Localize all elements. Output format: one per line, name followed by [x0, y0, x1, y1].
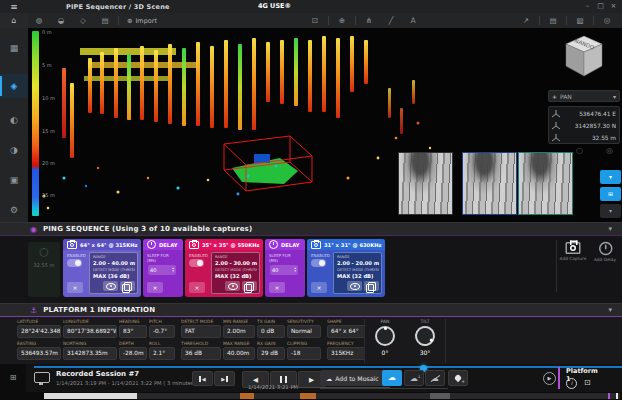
expand-panel-button[interactable]: ▾	[600, 170, 621, 184]
pan-knob[interactable]	[375, 326, 395, 346]
diamond-icon[interactable]: ◇	[72, 13, 94, 28]
duplicate-button[interactable]	[242, 281, 257, 291]
info-icon[interactable]: i	[566, 378, 577, 389]
cloud-sync-active-button[interactable]: ☁	[382, 370, 402, 386]
enabled-label: ENABLED	[311, 253, 330, 258]
globe-icon[interactable]: ◒	[50, 13, 72, 28]
settings-button[interactable]: ⚙	[0, 198, 28, 222]
remove-capture-button[interactable]: ×	[67, 282, 83, 293]
beacon-icon[interactable]: ◍	[28, 13, 50, 28]
timeline-cursor-tick	[616, 393, 618, 399]
map-icon[interactable]: ▧	[569, 13, 591, 28]
sphere-tool-b-button[interactable]: ◑	[0, 138, 28, 162]
spinner-control[interactable]: ▴ ▾	[172, 267, 174, 273]
replay-button[interactable]: ▶	[543, 372, 556, 385]
chevron-down-icon[interactable]: ▾	[608, 225, 612, 233]
spin-down-icon[interactable]: ▾	[294, 270, 296, 273]
import-button[interactable]: ⊕ Import	[127, 17, 157, 25]
duplicate-button[interactable]	[120, 281, 135, 291]
capture-card-1[interactable]: 64° x 64° @ 315KHz ENABLED × RANGE 2.00 …	[63, 239, 141, 297]
ping-sequence-title: PING SEQUENCE (Using 3 of 10 available c…	[43, 225, 252, 233]
add-waypoint-button[interactable]: +	[448, 370, 468, 386]
view-cube[interactable]: NANDO	[560, 32, 608, 80]
preview-button[interactable]	[225, 281, 240, 291]
home-button[interactable]: ⌂	[0, 13, 28, 28]
skip-start-button[interactable]: ◀	[192, 371, 213, 386]
sphere-tool-a-button[interactable]: ◐	[0, 108, 28, 132]
detect-mode-label: DETECT MODE (THRESHOLD)	[215, 268, 257, 272]
skip-end-button[interactable]: ▶	[214, 371, 235, 386]
toolbar-separator	[566, 16, 567, 25]
remove-capture-button[interactable]: ×	[311, 282, 327, 293]
timeline-track[interactable]	[44, 393, 620, 399]
delay-card-2[interactable]: DELAY SLEEP FOR (MS) 40 ▴ ▾ ×	[265, 239, 305, 297]
remove-capture-button[interactable]: ×	[189, 282, 205, 293]
depth-tick: 20 m	[42, 160, 55, 166]
frame-icon[interactable]: ⊡	[304, 13, 326, 28]
preview-button[interactable]	[347, 281, 362, 291]
mosaic-group-underline	[320, 388, 448, 389]
spinner-control[interactable]: ▴ ▾	[294, 267, 296, 273]
session-timeline[interactable]	[0, 392, 622, 400]
spin-down-icon[interactable]: ▾	[172, 270, 174, 273]
sonar-view-button[interactable]: ◈	[0, 74, 28, 98]
antenna-icon[interactable]: ⋔	[358, 13, 380, 28]
ring-icon[interactable]: ○	[576, 146, 583, 155]
image-icon[interactable]: ▤	[94, 13, 116, 28]
export-icon[interactable]: ↗	[515, 13, 537, 28]
duplicate-button[interactable]	[364, 281, 379, 291]
play-circle-icon: ▶	[548, 375, 552, 381]
snapshot-icon[interactable]: ▤	[542, 13, 564, 28]
field-value: -28.0m	[119, 347, 147, 360]
enabled-toggle[interactable]	[67, 259, 82, 267]
field-value: 83°	[119, 325, 147, 338]
delay-card-1[interactable]: DELAY SLEEP FOR (MS) 40 ▴ ▾ ×	[143, 239, 183, 297]
enabled-toggle[interactable]	[311, 259, 326, 267]
toolbox-button[interactable]: ▣	[0, 168, 28, 192]
tilt-knob[interactable]	[411, 322, 438, 349]
playback-scrubber[interactable]	[34, 366, 622, 368]
sonar-thumbnail-2[interactable]	[462, 152, 517, 215]
add-to-mosaic-button[interactable]: ☁ Add to Mosaic	[320, 370, 385, 386]
annotate-icon[interactable]: A	[402, 13, 424, 28]
cloud-offline-button[interactable]: ☁	[425, 370, 445, 386]
target-icon[interactable]: ◎	[606, 146, 613, 155]
nav-mode-dropdown[interactable]: + PAN ▾	[548, 90, 620, 102]
field-label: CLIPPING	[287, 341, 321, 346]
preview-button[interactable]	[103, 281, 118, 291]
ping-sequence-header[interactable]: ◉ PING SEQUENCE (Using 3 of 10 available…	[0, 222, 622, 236]
sonar-thumbnail-3[interactable]	[518, 152, 573, 215]
field-value: FAT	[181, 325, 221, 338]
axis-icon	[552, 122, 560, 130]
add-delay-button[interactable]: Add Delay	[590, 244, 620, 262]
scene-viewport[interactable]: 0 m 5 m 10 m 15 m 20 m 25 m NANDO + PAN …	[28, 28, 622, 222]
sleep-ms-input[interactable]: 40 ▴ ▾	[148, 265, 176, 275]
measure-icon[interactable]: ╱	[380, 13, 402, 28]
camera-icon[interactable]: ◎	[596, 13, 618, 28]
platform-info-header[interactable]: ⚓ PLATFORM 1 INFORMATION ▾	[0, 303, 622, 317]
capture-card-2[interactable]: 35° x 35° @ 550KHz ENABLED × RANGE 2.00 …	[185, 239, 263, 297]
sleep-ms-input[interactable]: 40 ▴ ▾	[270, 265, 298, 275]
grid-view-button[interactable]: ▦	[0, 36, 28, 60]
capture-card-3[interactable]: 31° x 31° @ 630KHz ENABLED × RANGE 2.00 …	[307, 239, 385, 297]
crosshair-icon[interactable]: ⊕	[331, 13, 353, 28]
chevron-down-icon[interactable]: ▾	[608, 306, 612, 314]
ghost-altitude-label: 32.55 m	[28, 262, 60, 268]
dock-panel-button[interactable]: ⊞	[0, 364, 26, 392]
focus-icon[interactable]: ⊡	[584, 378, 591, 387]
range-value: 2.00 - 30.00 m	[215, 260, 257, 266]
minimize-button[interactable]: –	[581, 0, 594, 13]
cloud-download-button[interactable]: ☁↓	[404, 370, 424, 386]
collapse-panel-button[interactable]: ▾	[600, 204, 621, 218]
close-button[interactable]: ×	[607, 0, 620, 13]
remove-delay-button[interactable]: ×	[269, 282, 285, 293]
monitor-icon	[34, 372, 50, 383]
enabled-toggle[interactable]	[189, 259, 204, 267]
field-label: HEADING	[119, 319, 147, 324]
remove-delay-button[interactable]: ×	[147, 282, 163, 293]
menu-icon[interactable]: ≡	[0, 2, 28, 12]
maximize-button[interactable]: □	[594, 0, 607, 13]
mosaic-panel-button[interactable]: ⊞	[600, 187, 621, 201]
sonar-thumbnail-1[interactable]	[398, 152, 453, 215]
camera-icon	[566, 242, 581, 254]
